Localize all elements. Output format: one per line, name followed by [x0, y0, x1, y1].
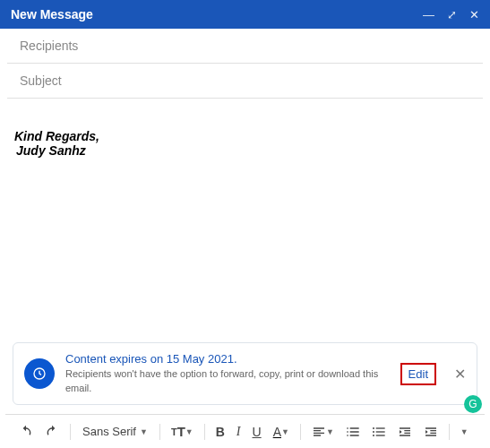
italic-button[interactable]: I [232, 421, 245, 443]
font-size-icon[interactable]: TT▼ [167, 420, 198, 443]
compose-title: New Message [11, 7, 93, 22]
confidential-text: Content expires on 15 May 2021. Recipien… [65, 352, 390, 395]
recipients-input[interactable] [20, 39, 470, 53]
svg-point-1 [373, 427, 374, 429]
caret-down-icon: ▼ [281, 427, 289, 436]
clock-lock-icon [24, 358, 55, 389]
expand-icon[interactable]: ⤢ [447, 8, 457, 22]
undo-icon[interactable] [14, 421, 38, 443]
svg-point-3 [373, 435, 374, 436]
caret-down-icon: ▼ [140, 427, 148, 436]
window-controls: — ⤢ ✕ [423, 8, 479, 22]
separator [300, 424, 301, 440]
separator [70, 424, 71, 440]
underline-button[interactable]: U [248, 421, 266, 443]
svg-point-2 [373, 431, 374, 433]
compose-titlebar: New Message — ⤢ ✕ [0, 0, 490, 29]
banner-close-icon[interactable]: ✕ [454, 366, 466, 383]
more-formatting-button[interactable]: ▼ [456, 424, 473, 440]
separator [159, 424, 160, 440]
signature-line: Judy Sanhz [16, 143, 476, 158]
caret-down-icon: ▼ [185, 427, 193, 436]
indent-less-button[interactable] [393, 421, 417, 443]
align-button[interactable]: ▼ [307, 421, 339, 443]
indent-more-button[interactable] [419, 421, 443, 443]
format-toolbar: Sans Serif▼ TT▼ B I U A▼ ▼ ▼ [5, 414, 485, 448]
edit-button[interactable]: Edit [400, 363, 436, 385]
subject-row[interactable] [7, 64, 483, 99]
caret-down-icon: ▼ [326, 427, 334, 436]
separator [449, 424, 450, 440]
bold-button[interactable]: B [211, 421, 229, 443]
font-family-select[interactable]: Sans Serif▼ [77, 421, 153, 442]
close-icon[interactable]: ✕ [469, 8, 479, 22]
redo-icon[interactable] [40, 421, 64, 443]
grammarly-icon[interactable]: G [464, 395, 482, 413]
signature-line: Kind Regards, [14, 129, 476, 143]
text-color-button[interactable]: A▼ [269, 421, 294, 443]
confidential-title: Content expires on 15 May 2021. [65, 352, 390, 366]
separator [204, 424, 205, 440]
signature-block: Kind Regards, Judy Sanhz [14, 129, 476, 158]
subject-input[interactable] [20, 73, 470, 88]
recipients-row[interactable] [7, 29, 483, 64]
email-body[interactable]: Kind Regards, Judy Sanhz [0, 99, 490, 335]
bulleted-list-button[interactable] [367, 421, 391, 443]
confidential-banner: Content expires on 15 May 2021. Recipien… [13, 342, 477, 405]
font-family-label: Sans Serif [82, 425, 136, 438]
caret-down-icon: ▼ [460, 427, 469, 436]
minimize-icon[interactable]: — [423, 8, 434, 22]
numbered-list-button[interactable] [341, 421, 365, 443]
confidential-subtitle: Recipients won't have the option to forw… [65, 367, 390, 395]
compose-window: New Message — ⤢ ✕ Kind Regards, Judy San… [0, 0, 490, 448]
